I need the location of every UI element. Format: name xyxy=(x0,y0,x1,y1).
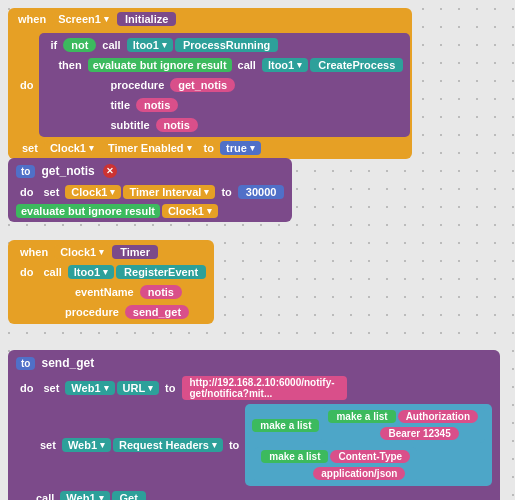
set-label2: set xyxy=(39,184,63,200)
sendget-name: send_get xyxy=(37,354,98,372)
call-label3: call xyxy=(39,264,65,280)
timer-event-label: Timer xyxy=(112,245,158,259)
procedure-label1: procedure xyxy=(106,77,168,93)
app-json-val: application/json xyxy=(313,467,405,480)
processrunning-block: ProcessRunning xyxy=(175,38,278,52)
clock1-dropdown3[interactable]: Clock1 xyxy=(54,245,110,259)
interval-val: 30000 xyxy=(238,185,285,199)
ltoo1-dropdown1[interactable]: ltoo1 xyxy=(127,38,173,52)
subtitle-label: subtitle xyxy=(106,117,153,133)
get-label: Get xyxy=(112,491,146,500)
web1-dropdown1[interactable]: Web1 xyxy=(65,381,114,395)
to-label1: to xyxy=(200,140,218,156)
evaluate-label2: evaluate but ignore result xyxy=(16,204,160,218)
call-label4: call xyxy=(32,490,58,500)
then-label: then xyxy=(54,57,85,73)
do-label: do xyxy=(16,77,37,93)
subtitle-val: notis xyxy=(156,118,198,132)
registerevent-label: RegisterEvent xyxy=(116,265,206,279)
getnotis-name: get_notis xyxy=(37,162,98,180)
do-label2: do xyxy=(16,184,37,200)
set-label1: set xyxy=(18,140,42,156)
section2-getnotis: to get_notis ✕ do set Clock1 Timer Inter… xyxy=(8,158,292,222)
evaluate-label1: evaluate but ignore result xyxy=(88,58,232,72)
not-block[interactable]: not xyxy=(63,38,96,52)
req-headers-dropdown[interactable]: Request Headers xyxy=(113,438,223,452)
set-label3: set xyxy=(39,380,63,396)
getnotis-val: get_notis xyxy=(170,78,235,92)
web1-dropdown2[interactable]: Web1 xyxy=(62,438,111,452)
authorization-val: Authorization xyxy=(398,410,478,423)
clock1-dropdown1[interactable]: Clock1 xyxy=(44,141,100,155)
eventname-val: notis xyxy=(140,285,182,299)
section3-clock-timer: when Clock1 Timer do call ltoo1 Register… xyxy=(8,240,214,324)
to-badge: to xyxy=(16,165,35,178)
make-list2[interactable]: make a list xyxy=(328,410,395,423)
title-val: notis xyxy=(136,98,178,112)
clock1-dropdown2[interactable]: Clock1 xyxy=(65,185,121,199)
ltoo1-dropdown3[interactable]: ltoo1 xyxy=(68,265,114,279)
clock1b-dropdown[interactable]: Clock1 xyxy=(162,204,218,218)
procedure-val: send_get xyxy=(125,305,189,319)
content-type-val: Content-Type xyxy=(330,450,410,463)
procedure-label2: procedure xyxy=(61,304,123,320)
call-label2: call xyxy=(234,57,260,73)
when-label2: when xyxy=(16,244,52,260)
if-label: if xyxy=(46,37,61,53)
section4-sendget: to send_get do set Web1 URL to http://19… xyxy=(8,350,500,500)
to-label3: to xyxy=(161,380,179,396)
to-label2: to xyxy=(217,184,235,200)
timer-interval-dropdown[interactable]: Timer Interval xyxy=(123,185,215,199)
when-label: when xyxy=(14,11,50,27)
url-dropdown[interactable]: URL xyxy=(117,381,160,395)
to-badge2: to xyxy=(16,357,35,370)
do-label4: do xyxy=(16,380,37,396)
set-label4: set xyxy=(36,437,60,453)
initialize-label: Initialize xyxy=(117,12,176,26)
true-dropdown[interactable]: true xyxy=(220,141,261,155)
createprocess-block: CreateProcess xyxy=(310,58,403,72)
ltoo1-dropdown2[interactable]: ltoo1 xyxy=(262,58,308,72)
section1-initialize: when Screen1 Initialize do if not call l… xyxy=(8,8,412,159)
bearer-val: Bearer 12345 xyxy=(380,427,458,440)
make-list3[interactable]: make a list xyxy=(261,450,328,463)
screen1-dropdown[interactable]: Screen1 xyxy=(52,12,115,26)
close-icon[interactable]: ✕ xyxy=(103,164,117,178)
title-label: title xyxy=(106,97,134,113)
timer-enabled-dropdown[interactable]: Timer Enabled xyxy=(102,141,198,155)
call-label1: call xyxy=(98,37,124,53)
eventname-label: eventName xyxy=(71,284,138,300)
do-label3: do xyxy=(16,264,37,280)
to-label4: to xyxy=(225,437,243,453)
url-val: http://192.168.2.10:6000/notify-get/noti… xyxy=(182,376,347,400)
web1-dropdown3[interactable]: Web1 xyxy=(60,491,109,500)
make-list1[interactable]: make a list xyxy=(252,419,319,432)
